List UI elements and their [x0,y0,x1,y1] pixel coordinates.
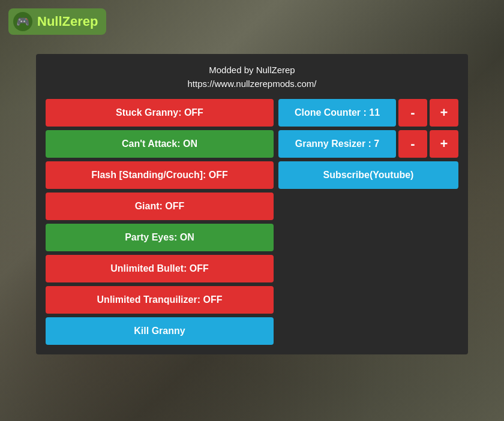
logo-icon: 🎮 [13,12,32,31]
right-column: Clone Counter : 11 - + Granny Resizer : … [278,99,458,345]
granny-resizer-minus-button[interactable]: - [398,130,427,158]
header: Modded by NullZerep https://www.nullzere… [46,64,458,91]
header-line2: https://www.nullzerepmods.com/ [46,77,458,91]
granny-resizer-row: Granny Resizer : 7 - + [278,130,458,158]
main-panel: Modded by NullZerep https://www.nullzere… [36,54,468,354]
clone-counter-minus-button[interactable]: - [398,99,427,127]
granny-resizer-plus-button[interactable]: + [430,130,458,158]
giant-button[interactable]: Giant: OFF [46,193,274,220]
granny-resizer-display: Granny Resizer : 7 [278,130,396,158]
subscribe-button[interactable]: Subscribe(Youtube) [278,161,458,189]
clone-counter-display: Clone Counter : 11 [278,99,396,127]
kill-granny-button[interactable]: Kill Granny [46,317,274,345]
logo-bar: 🎮 NullZerep [8,8,106,35]
unlimited-tranq-button[interactable]: Unlimited Tranquilizer: OFF [46,286,274,314]
stuck-granny-button[interactable]: Stuck Granny: OFF [46,99,274,127]
flash-button[interactable]: Flash [Standing/Crouch]: OFF [46,161,274,189]
clone-counter-row: Clone Counter : 11 - + [278,99,458,127]
clone-counter-plus-button[interactable]: + [430,99,458,127]
logo-emoji: 🎮 [16,15,29,28]
party-eyes-button[interactable]: Party Eyes: ON [46,224,274,251]
left-column: Stuck Granny: OFF Can't Attack: ON Flash… [46,99,274,345]
header-line1: Modded by NullZerep [46,64,458,77]
logo-text: NullZerep [37,14,98,29]
content-grid: Stuck Granny: OFF Can't Attack: ON Flash… [46,99,458,345]
unlimited-bullet-button[interactable]: Unlimited Bullet: OFF [46,255,274,282]
cant-attack-button[interactable]: Can't Attack: ON [46,130,274,158]
